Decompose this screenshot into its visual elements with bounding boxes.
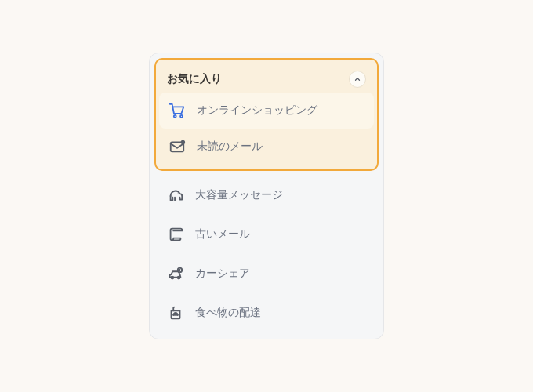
svg-point-3 (181, 140, 186, 145)
item-large-messages[interactable]: 大容量メッセージ (158, 177, 375, 213)
chevron-up-icon (354, 75, 361, 83)
item-label: カーシェア (195, 267, 250, 281)
favorites-title: お気に入り (167, 72, 222, 86)
mail-unread-icon (169, 138, 186, 155)
favorites-header: お気に入り (159, 63, 374, 93)
favorite-item-label: 未読のメール (197, 140, 263, 154)
favorite-item-unread-mail[interactable]: 未読のメール (159, 129, 374, 165)
other-section: 大容量メッセージ 古いメール (154, 171, 379, 334)
cart-icon (169, 102, 186, 119)
scroll-icon (167, 226, 184, 243)
elephant-icon (167, 187, 184, 204)
item-car-share[interactable]: カーシェア (158, 256, 375, 292)
item-label: 古いメール (195, 227, 250, 241)
food-delivery-icon (167, 304, 184, 321)
item-old-mail[interactable]: 古いメール (158, 216, 375, 252)
collapse-button[interactable] (349, 71, 366, 88)
item-label: 食べ物の配達 (195, 306, 261, 320)
sidebar-panel: お気に入り オンラインショッピング (149, 53, 384, 339)
svg-point-0 (174, 115, 176, 118)
favorite-item-label: オンラインショッピング (197, 103, 317, 118)
item-food-delivery[interactable]: 食べ物の配達 (158, 295, 375, 331)
svg-point-4 (177, 193, 178, 194)
car-coin-icon (167, 265, 184, 282)
favorite-item-shopping[interactable]: オンラインショッピング (159, 93, 374, 129)
item-label: 大容量メッセージ (195, 188, 283, 202)
svg-point-1 (180, 115, 183, 118)
favorites-section: お気に入り オンラインショッピング (154, 58, 379, 171)
